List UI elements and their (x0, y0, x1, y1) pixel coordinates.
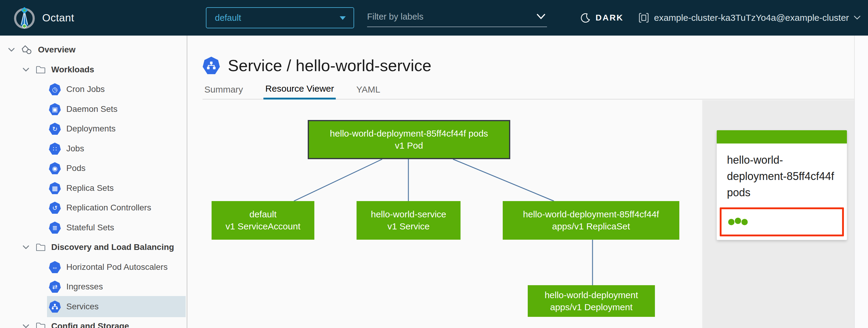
label-filter (367, 7, 547, 27)
card-status-bar (717, 130, 847, 144)
sidebar-item-jobs[interactable]: ∷ Jobs (0, 139, 186, 158)
status-dot (728, 219, 735, 225)
octant-app: Octant default DARK example-cluster-ka3T… (0, 0, 868, 328)
graph-edge (453, 159, 554, 201)
sidebar-item-overview[interactable]: Overview (0, 40, 186, 60)
sidebar-item-workloads[interactable]: Workloads (0, 60, 186, 80)
sidebar-item-replication-controllers[interactable]: ↺ Replication Controllers (0, 198, 186, 218)
app-header: Octant default DARK example-cluster-ka3T… (0, 0, 868, 36)
card-title: hello-world-deployment-85ff4cf44f pods (717, 144, 847, 206)
context-selector[interactable]: example-cluster-ka3TuTzYo4a@example-clus… (638, 0, 861, 36)
namespace-select[interactable]: default (206, 7, 354, 28)
chevron-down-icon[interactable] (22, 243, 30, 251)
status-dot (741, 219, 748, 225)
sidebar-item-ingresses[interactable]: ⇄ Ingresses (0, 277, 186, 297)
deployment-icon: ↻ (49, 123, 61, 135)
node-detail-card: hello-world-deployment-85ff4cf44f pods (717, 130, 847, 240)
graph-node-deployment[interactable]: hello-world-deployment apps/v1 Deploymen… (528, 285, 655, 317)
service-icon (203, 57, 220, 74)
service-icon (49, 301, 61, 312)
hpa-icon: ⇔ (49, 261, 61, 273)
tab-bar: Summary Resource Viewer YAML (203, 80, 854, 99)
sidebar-item-cron-jobs[interactable]: ◷ Cron Jobs (0, 79, 186, 99)
cluster-icon (638, 12, 649, 23)
label-filter-input[interactable] (367, 7, 533, 26)
octant-logo-icon (13, 6, 36, 30)
chevron-down-icon (854, 16, 861, 20)
job-icon: ∷ (49, 143, 61, 155)
graph-node-service[interactable]: hello-world-service v1 Service (356, 201, 461, 240)
ingress-icon: ⇄ (49, 281, 61, 293)
folder-icon (36, 322, 46, 328)
sidebar-item-discovery-load-balancing[interactable]: Discovery and Load Balancing (0, 237, 186, 257)
detail-panel: hello-world-deployment-85ff4cf44f pods (702, 100, 854, 328)
sidebar-item-stateful-sets[interactable]: ≣ Stateful Sets (0, 218, 186, 238)
status-dot (735, 218, 741, 224)
replicaset-icon: ▦ (49, 182, 61, 194)
replicationcontroller-icon: ↺ (49, 202, 61, 214)
page-header: Service / hello-world-service (203, 56, 431, 75)
graph-node-serviceaccount[interactable]: default v1 ServiceAccount (212, 201, 314, 240)
applications-icon (21, 44, 33, 55)
context-label: example-cluster-ka3TuTzYo4a@example-clus… (654, 13, 849, 23)
sidebar-nav: Overview Workloads ◷ Cron Jobs ▣ Daemon … (0, 36, 187, 328)
theme-label: DARK (595, 13, 624, 23)
tab-summary[interactable]: Summary (203, 80, 245, 99)
chevron-down-icon[interactable] (537, 14, 545, 21)
sidebar-item-deployments[interactable]: ↻ Deployments (0, 119, 186, 139)
statefulset-icon: ≣ (49, 221, 61, 234)
daemonset-icon: ▣ (49, 103, 61, 115)
sidebar-item-replica-sets[interactable]: ▦ Replica Sets (0, 178, 186, 198)
chevron-down-icon[interactable] (7, 46, 16, 54)
namespace-value: default (215, 13, 241, 23)
chevron-down-icon[interactable] (22, 322, 30, 328)
theme-toggle[interactable]: DARK (581, 0, 624, 36)
tab-resource-viewer[interactable]: Resource Viewer (264, 80, 336, 99)
sidebar-item-pods[interactable]: ◉ Pods (0, 158, 186, 178)
caret-down-icon (340, 16, 346, 20)
pod-icon: ◉ (49, 162, 61, 174)
sidebar-item-daemon-sets[interactable]: ▣ Daemon Sets (0, 99, 186, 119)
graph-node-replicaset[interactable]: hello-world-deployment-85ff4cf44f apps/v… (503, 201, 679, 240)
folder-icon (36, 243, 46, 251)
page-title: Service / hello-world-service (228, 56, 431, 75)
chevron-down-icon[interactable] (22, 65, 30, 74)
sidebar-item-horizontal-pod-autoscalers[interactable]: ⇔ Horizontal Pod Autoscalers (0, 257, 186, 277)
sidebar-item-services[interactable]: Services (47, 296, 186, 317)
cronjob-icon: ◷ (49, 83, 61, 95)
status-highlight-box (720, 207, 844, 236)
scrollbar-track[interactable] (854, 36, 868, 328)
resource-viewer-canvas: hello-world-deployment-85ff4cf44f pods v… (188, 100, 702, 328)
sidebar-item-config-and-storage[interactable]: Config and Storage (0, 316, 186, 328)
folder-icon (36, 65, 46, 74)
graph-node-pod[interactable]: hello-world-deployment-85ff4cf44f pods v… (308, 120, 510, 159)
app-title: Octant (42, 12, 74, 24)
brand: Octant (13, 0, 74, 36)
moon-icon (581, 13, 591, 23)
graph-edge (294, 159, 382, 201)
tab-yaml[interactable]: YAML (354, 80, 382, 99)
